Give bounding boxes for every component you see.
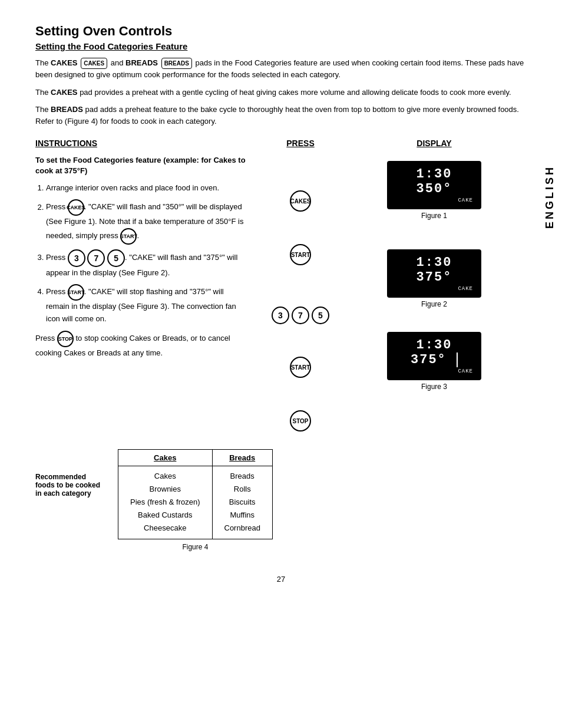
table-wrapper: Cakes Breads CakesBrowniesPies (fresh & … xyxy=(118,449,273,551)
num5-press-btn[interactable]: 5 xyxy=(312,307,329,324)
display-fig1: 1:30 350° CAKE xyxy=(387,161,481,209)
press-start-1: START xyxy=(290,244,311,265)
cakes-header: Cakes xyxy=(118,450,213,466)
page-title: Setting Oven Controls xyxy=(35,24,527,39)
press-column: PRESS CAKES START 3 7 5 START STOP xyxy=(259,139,342,431)
figure1-label: Figure 1 xyxy=(421,212,447,220)
display-fig2: 1:30 375° CAKE xyxy=(387,249,481,298)
section-title: Setting the Food Categories Feature xyxy=(35,41,527,51)
food-categories-table: Cakes Breads CakesBrowniesPies (fresh & … xyxy=(118,449,273,539)
cakes-foods: CakesBrowniesPies (fresh & frozen)Baked … xyxy=(118,466,213,539)
step-1: Arrange interior oven racks and place fo… xyxy=(46,182,247,195)
cakes-press-btn[interactable]: CAKES xyxy=(290,190,311,212)
intro-para-3: The BREADS pad adds a preheat feature to… xyxy=(35,104,527,127)
display-column: DISPLAY 1:30 350° CAKE Figure 1 1:30 375… xyxy=(342,139,527,431)
breads-header: Breads xyxy=(212,450,272,466)
display-header: DISPLAY xyxy=(342,139,527,148)
instructions-header: INSTRUCTIONS xyxy=(35,139,247,148)
num3-press-btn[interactable]: 3 xyxy=(272,307,289,324)
start-btn-inline-2[interactable]: START xyxy=(68,284,84,301)
fig1-cake-label: CAKE xyxy=(395,197,473,203)
breads-foods: BreadsRollsBiscuitsMuffinsCornbread xyxy=(212,466,272,539)
press-nums: 3 7 5 xyxy=(272,307,329,324)
stop-press-btn[interactable]: STOP xyxy=(290,410,311,431)
english-label: ENGLISH xyxy=(544,165,556,229)
step-3: Press 3 7 5. "CAKE" will flash and "375°… xyxy=(46,249,247,279)
main-layout: INSTRUCTIONS To set the Food Categories … xyxy=(35,139,527,431)
stop-btn-inline[interactable]: STOP xyxy=(57,331,74,347)
table-section: Recommended foods to be cooked in each c… xyxy=(35,449,527,551)
intro-para-2: The CAKES pad provides a preheat with a … xyxy=(35,87,527,98)
cakes-btn-inline[interactable]: CAKES xyxy=(68,199,84,216)
page-number: 27 xyxy=(35,575,527,584)
step-2: Press CAKES. "CAKE" will flash and "350°… xyxy=(46,199,247,245)
start-press-btn-1[interactable]: START xyxy=(290,244,311,265)
instructions-heading: To set the Food Categories feature (exam… xyxy=(35,155,247,176)
start-press-btn-2[interactable]: START xyxy=(290,357,311,378)
press-cakes: CAKES xyxy=(290,190,311,212)
num3-btn-inline[interactable]: 3 xyxy=(68,249,85,267)
num7-btn-inline[interactable]: 7 xyxy=(87,249,105,267)
start-btn-inline-1[interactable]: START xyxy=(120,228,137,245)
intro-para-1: The CAKES CAKES and BREADS BREADS pads i… xyxy=(35,57,527,81)
figure2-label: Figure 2 xyxy=(421,300,447,308)
press-start-2: START xyxy=(290,357,311,378)
press-header: PRESS xyxy=(259,139,342,148)
display-fig3: 1:30 375° CAKE xyxy=(387,332,481,380)
instructions-column: INSTRUCTIONS To set the Food Categories … xyxy=(35,139,259,431)
step-4: Press START. "CAKE" will stop flashing a… xyxy=(46,284,247,325)
fig3-cake-label: CAKE xyxy=(395,368,473,374)
steps-list: Arrange interior oven racks and place fo… xyxy=(35,182,247,325)
fig2-cake-label: CAKE xyxy=(395,286,473,292)
num5-btn-inline[interactable]: 5 xyxy=(107,249,125,267)
figure4-label: Figure 4 xyxy=(118,543,273,551)
stop-note: Press STOP to stop cooking Cakes or Brea… xyxy=(35,331,247,359)
figure3-label: Figure 3 xyxy=(421,383,447,391)
table-label: Recommended foods to be cooked in each c… xyxy=(35,449,106,498)
press-stop: STOP xyxy=(290,410,311,431)
num7-press-btn[interactable]: 7 xyxy=(292,307,309,324)
press-section: CAKES START 3 7 5 START STOP xyxy=(259,155,342,431)
display-section: 1:30 350° CAKE Figure 1 1:30 375° CAKE F… xyxy=(342,155,527,403)
